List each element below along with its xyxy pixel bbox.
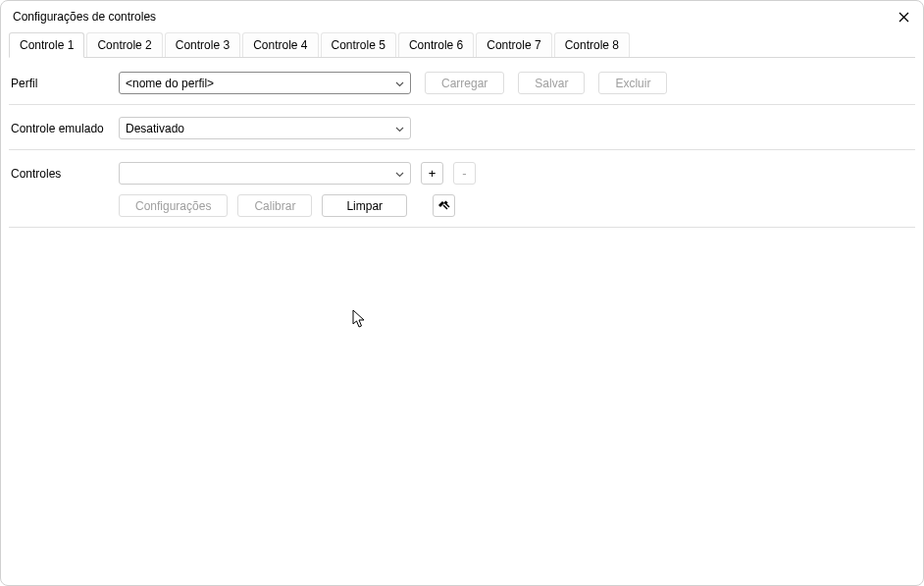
cursor-icon <box>352 309 368 332</box>
save-button[interactable]: Salvar <box>518 72 585 94</box>
tab-controle-8[interactable]: Controle 8 <box>554 32 630 57</box>
tab-label: Controle 1 <box>20 38 74 52</box>
clear-button[interactable]: Limpar <box>322 194 407 217</box>
profile-combo-value: <nome do perfil> <box>126 77 214 90</box>
window-title: Configurações de controles <box>13 10 156 24</box>
tab-controle-3[interactable]: Controle 3 <box>165 32 240 57</box>
button-label: Limpar <box>346 199 383 213</box>
tab-controle-6[interactable]: Controle 6 <box>398 32 474 57</box>
load-button[interactable]: Carregar <box>425 72 504 94</box>
button-label: Carregar <box>441 77 488 90</box>
tabs: Controle 1 Controle 2 Controle 3 Control… <box>1 30 923 57</box>
plus-icon: + <box>429 166 436 181</box>
chevron-down-icon <box>395 77 404 90</box>
tab-label: Controle 2 <box>97 38 151 52</box>
controller-api-button[interactable] <box>433 194 455 217</box>
tab-label: Controle 7 <box>487 38 540 52</box>
tab-label: Controle 4 <box>253 38 307 52</box>
emulated-row: Controle emulado Desativado <box>9 117 915 139</box>
tab-controle-7[interactable]: Controle 7 <box>476 32 551 57</box>
actions-row: Configurações Calibrar Limpar <box>9 194 915 217</box>
tab-controle-2[interactable]: Controle 2 <box>86 32 162 57</box>
controller-combo[interactable] <box>119 162 411 185</box>
emulated-combo-value: Desativado <box>126 122 184 135</box>
chevron-down-icon <box>395 167 404 181</box>
controller-row: Controles + - <box>9 162 915 185</box>
tab-label: Controle 5 <box>332 38 385 52</box>
close-button[interactable] <box>894 7 913 27</box>
tab-controle-4[interactable]: Controle 4 <box>242 32 318 57</box>
calibrate-button[interactable]: Calibrar <box>237 194 312 217</box>
tab-label: Controle 3 <box>176 38 230 52</box>
chevron-down-icon <box>395 122 404 135</box>
button-label: Excluir <box>615 77 650 90</box>
emulated-label: Controle emulado <box>11 122 119 135</box>
tab-controle-1[interactable]: Controle 1 <box>9 32 84 58</box>
controller-label: Controles <box>11 167 119 181</box>
button-label: Salvar <box>535 77 568 90</box>
settings-button[interactable]: Configurações <box>119 194 228 217</box>
tab-controle-5[interactable]: Controle 5 <box>321 32 396 57</box>
separator <box>9 149 915 150</box>
separator <box>9 227 915 228</box>
profile-combo[interactable]: <nome do perfil> <box>119 72 411 94</box>
minus-icon: - <box>462 166 466 181</box>
button-label: Configurações <box>135 199 211 213</box>
separator <box>9 104 915 105</box>
close-icon <box>898 12 909 23</box>
controller-plugin-icon <box>436 197 451 215</box>
tab-label: Controle 6 <box>409 38 463 52</box>
tab-panel: Perfil <nome do perfil> Carregar Salvar … <box>9 57 915 585</box>
window: Configurações de controles Controle 1 Co… <box>0 0 924 586</box>
profile-row: Perfil <nome do perfil> Carregar Salvar … <box>9 72 915 94</box>
remove-controller-button[interactable]: - <box>453 162 476 185</box>
titlebar: Configurações de controles <box>1 1 923 30</box>
tab-label: Controle 8 <box>565 38 619 52</box>
delete-button[interactable]: Excluir <box>598 72 667 94</box>
add-controller-button[interactable]: + <box>421 162 443 185</box>
profile-label: Perfil <box>11 77 119 90</box>
emulated-combo[interactable]: Desativado <box>119 117 411 139</box>
button-label: Calibrar <box>254 199 295 213</box>
